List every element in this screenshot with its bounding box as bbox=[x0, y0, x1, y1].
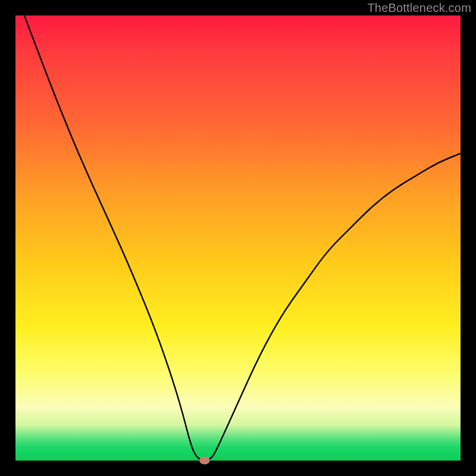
bottleneck-curve bbox=[24, 15, 461, 461]
curve-svg bbox=[15, 15, 461, 461]
optimal-point-marker bbox=[199, 457, 210, 465]
watermark-text: TheBottleneck.com bbox=[367, 1, 471, 15]
chart-container: TheBottleneck.com bbox=[0, 0, 476, 476]
plot-area bbox=[15, 15, 461, 461]
